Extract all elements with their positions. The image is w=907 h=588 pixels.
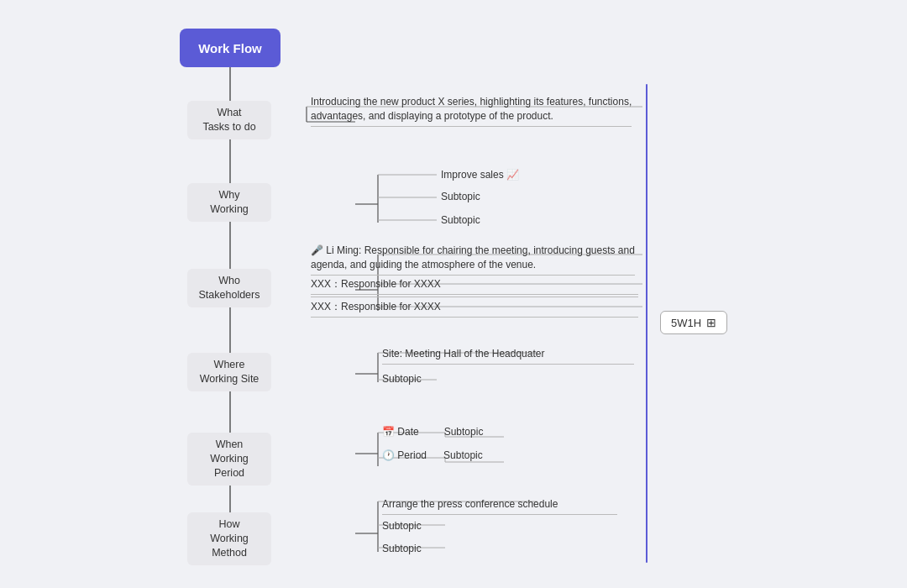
grid-icon: ⊞ bbox=[706, 316, 716, 329]
when-content-date: 📅 Date Subtopic bbox=[382, 426, 483, 438]
where-content-2: Subtopic bbox=[382, 372, 422, 386]
why-content-2: Subtopic bbox=[441, 190, 480, 204]
what-box: WhatTasks to do bbox=[187, 101, 271, 139]
5w1h-badge[interactable]: 5W1H ⊞ bbox=[660, 311, 727, 334]
who-box: WhoStakeholders bbox=[187, 269, 271, 307]
right-bar bbox=[646, 84, 647, 563]
workflow-title: Work Flow bbox=[180, 29, 280, 67]
why-content-3: Subtopic bbox=[441, 213, 480, 228]
who-content-1: 🎤 Li Ming: Responsible for chairing the … bbox=[311, 244, 635, 276]
who-content-3: XXX：Responsible for XXXX bbox=[311, 300, 638, 318]
when-box: WhenWorking Period bbox=[187, 433, 271, 486]
why-box: WhyWorking bbox=[187, 183, 271, 222]
when-content-period: 🕐 Period Subtopic bbox=[382, 449, 483, 461]
how-content-3: Subtopic bbox=[382, 542, 422, 556]
how-content-1: Arrange the press conference schedule bbox=[382, 497, 617, 515]
why-content-1: Improve sales 📈 bbox=[441, 168, 519, 182]
canvas: Work Flow WhatTasks to do WhyWorking Who… bbox=[0, 0, 907, 588]
how-box: HowWorking Method bbox=[187, 512, 271, 565]
what-content-1: Introducing the new product X series, hi… bbox=[311, 95, 632, 127]
where-box: WhereWorking Site bbox=[187, 353, 271, 391]
who-content-2: XXX：Responsible for XXXX bbox=[311, 277, 638, 297]
how-content-2: Subtopic bbox=[382, 519, 422, 533]
where-content-1: Site: Meeting Hall of the Headquater bbox=[382, 347, 634, 365]
